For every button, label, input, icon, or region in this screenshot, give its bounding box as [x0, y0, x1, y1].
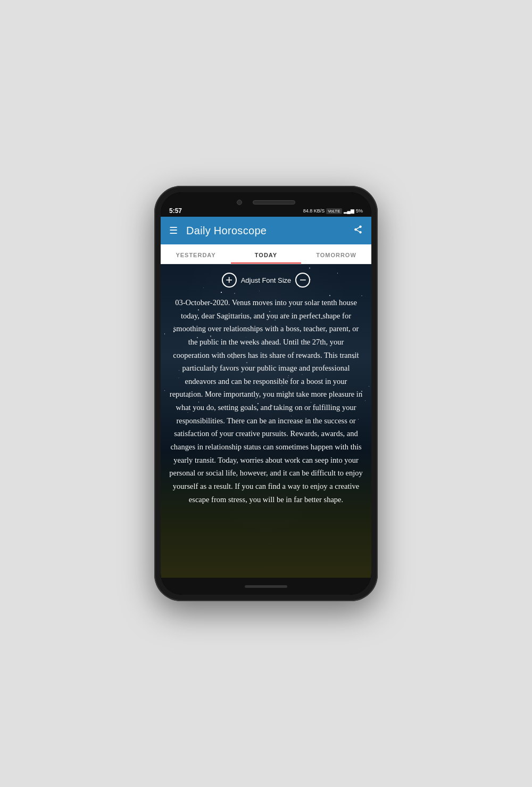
- content-area[interactable]: + Adjust Font Size − 03-October-2020. Ve…: [161, 264, 371, 578]
- app-title: Daily Horoscope: [186, 225, 353, 237]
- share-icon[interactable]: [353, 225, 363, 236]
- network-speed: 84.8 KB/S: [303, 208, 325, 214]
- speaker-grille: [253, 200, 295, 204]
- app-bar: ☰ Daily Horoscope: [161, 217, 371, 244]
- home-indicator: [245, 585, 287, 588]
- adjust-font-label: Adjust Font Size: [241, 276, 292, 284]
- phone-screen: 5:57 84.8 KB/S VoLTE ▂▄▆ 5% ☰ Daily Horo…: [161, 192, 371, 595]
- phone-device: 5:57 84.8 KB/S VoLTE ▂▄▆ 5% ☰ Daily Horo…: [154, 186, 378, 601]
- screen-content: 5:57 84.8 KB/S VoLTE ▂▄▆ 5% ☰ Daily Horo…: [161, 192, 371, 595]
- status-icons: 84.8 KB/S VoLTE ▂▄▆ 5%: [303, 208, 363, 214]
- tab-today[interactable]: TODAY: [231, 244, 301, 264]
- camera-icon: [237, 200, 242, 205]
- camera-area: [237, 200, 295, 205]
- status-time: 5:57: [169, 207, 182, 215]
- tabs-bar: YESTERDAY TODAY TOMORROW: [161, 244, 371, 264]
- battery-level: 5%: [356, 208, 363, 214]
- tab-yesterday[interactable]: YESTERDAY: [161, 244, 231, 264]
- tab-tomorrow[interactable]: TOMORROW: [301, 244, 371, 264]
- increase-font-button[interactable]: +: [222, 273, 237, 288]
- content-inner: + Adjust Font Size − 03-October-2020. Ve…: [161, 264, 371, 519]
- home-bar: [161, 578, 371, 595]
- volte-badge: VoLTE: [326, 208, 342, 214]
- horoscope-text: 03-October-2020. Venus moves into your s…: [169, 296, 363, 506]
- decrease-font-button[interactable]: −: [295, 273, 310, 288]
- signal-icon: ▂▄▆: [344, 208, 354, 214]
- hamburger-menu-icon[interactable]: ☰: [169, 225, 178, 236]
- font-size-controls: + Adjust Font Size −: [169, 273, 363, 288]
